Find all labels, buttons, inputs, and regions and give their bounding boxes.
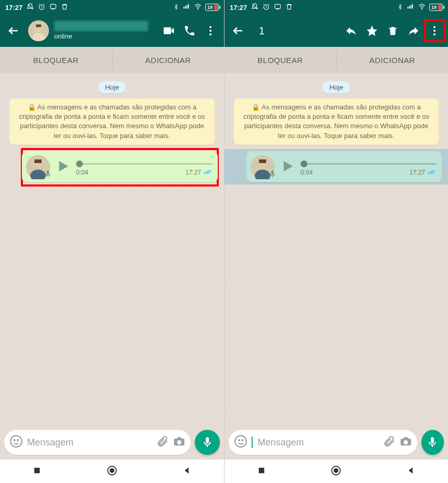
svg-rect-30 (412, 4, 413, 8)
voice-record-button[interactable] (421, 430, 444, 455)
voice-call-button[interactable] (180, 21, 199, 40)
voice-time: 17:27 (185, 169, 201, 176)
emoji-icon[interactable] (234, 435, 247, 450)
voice-record-button[interactable] (195, 430, 220, 455)
notif-mute-icon (251, 3, 258, 12)
status-bar: 17:27 19 (0, 0, 224, 15)
more-menu-button[interactable] (201, 21, 220, 40)
selection-appbar: 1 (225, 15, 448, 47)
date-chip: Hoje (99, 81, 126, 93)
chat-area: Hoje 🔒 As mensagens e as chamadas são pr… (0, 73, 224, 426)
chat-appbar: online (0, 15, 224, 47)
encryption-notice[interactable]: 🔒 As mensagens e as chamadas são protegi… (9, 98, 215, 145)
message-input-pill[interactable] (4, 430, 191, 455)
star-button[interactable] (363, 21, 381, 40)
svg-point-40 (239, 440, 240, 441)
svg-point-14 (209, 33, 211, 35)
back-button[interactable] (229, 21, 247, 40)
nav-home[interactable] (106, 465, 118, 478)
svg-point-12 (209, 26, 211, 28)
read-checks-icon (427, 169, 437, 177)
mic-icon (44, 170, 52, 180)
svg-point-31 (421, 8, 422, 9)
svg-point-44 (334, 468, 338, 472)
message-input[interactable] (258, 437, 379, 448)
svg-rect-4 (186, 5, 188, 8)
reply-button[interactable] (342, 21, 360, 40)
contact-status: online (54, 32, 154, 41)
camera-icon[interactable] (400, 435, 412, 450)
encryption-notice[interactable]: 🔒 As mensagens e as chamadas são protegi… (234, 98, 439, 145)
voice-duration: 0:04 (76, 169, 88, 177)
battery-icon: 19 (205, 4, 219, 11)
status-time: 17:27 (5, 4, 22, 11)
add-button[interactable]: ADICIONAR (337, 47, 448, 73)
svg-rect-37 (259, 159, 266, 163)
system-nav (225, 459, 448, 483)
add-button[interactable]: ADICIONAR (113, 47, 225, 73)
screen-icon (274, 3, 281, 12)
nav-home[interactable] (330, 465, 342, 478)
bluetooth-icon (173, 3, 179, 12)
nav-recents[interactable] (32, 466, 42, 477)
voice-message[interactable]: 0:04 17:27 (22, 151, 218, 182)
svg-rect-22 (34, 467, 40, 473)
voice-message[interactable]: 0:04 17:27 (246, 151, 442, 182)
voice-progress[interactable] (76, 163, 213, 165)
camera-icon[interactable] (173, 435, 185, 450)
voice-progress[interactable] (301, 163, 437, 165)
attach-icon[interactable] (156, 435, 169, 450)
contact-info[interactable]: online (54, 21, 154, 41)
nav-recents[interactable] (257, 466, 266, 477)
alarm-icon (38, 3, 45, 12)
svg-point-13 (209, 30, 211, 32)
svg-rect-11 (36, 24, 41, 27)
svg-rect-29 (410, 5, 412, 8)
voice-sender-avatar (251, 155, 275, 179)
svg-point-41 (242, 440, 243, 441)
back-button[interactable] (4, 21, 23, 40)
notif-mute-icon (27, 3, 34, 12)
delete-button[interactable] (383, 21, 402, 40)
system-nav (0, 459, 224, 483)
nav-back[interactable] (182, 466, 192, 477)
message-input-pill[interactable] (229, 430, 417, 455)
bluetooth-icon (397, 3, 403, 12)
wifi-icon (194, 3, 202, 12)
delete-icon (285, 3, 293, 12)
play-button[interactable] (280, 158, 295, 176)
svg-point-6 (197, 8, 198, 9)
block-button[interactable]: BLOQUEAR (225, 47, 336, 73)
attach-icon[interactable] (383, 435, 395, 450)
tutorial-highlight (424, 19, 446, 42)
block-button[interactable]: BLOQUEAR (0, 47, 112, 73)
forward-button[interactable] (404, 21, 423, 40)
svg-rect-42 (259, 467, 265, 473)
nav-back[interactable] (406, 466, 416, 477)
voice-time: 17:27 (409, 169, 425, 176)
contact-avatar[interactable] (28, 20, 49, 41)
block-add-bar: BLOQUEAR ADICIONAR (0, 47, 224, 73)
read-checks-icon (203, 169, 213, 177)
screen-icon (49, 3, 57, 12)
svg-rect-26 (275, 4, 281, 8)
date-chip: Hoje (323, 81, 350, 93)
emoji-icon[interactable] (9, 435, 23, 450)
text-cursor (252, 437, 253, 448)
svg-point-24 (110, 468, 114, 472)
svg-rect-5 (188, 4, 189, 8)
play-button[interactable] (55, 158, 71, 176)
svg-rect-27 (407, 7, 408, 9)
svg-rect-1 (51, 4, 56, 8)
video-call-button[interactable] (159, 21, 178, 40)
battery-icon: 19 (429, 4, 443, 11)
status-bar: 17:27 19 (225, 0, 448, 15)
wifi-icon (418, 3, 426, 12)
input-bar (225, 426, 448, 459)
svg-rect-17 (34, 159, 42, 163)
svg-rect-28 (409, 6, 410, 8)
svg-rect-2 (183, 7, 184, 9)
contact-name (54, 21, 148, 31)
more-menu-button[interactable] (425, 21, 444, 40)
message-input[interactable] (27, 437, 152, 448)
